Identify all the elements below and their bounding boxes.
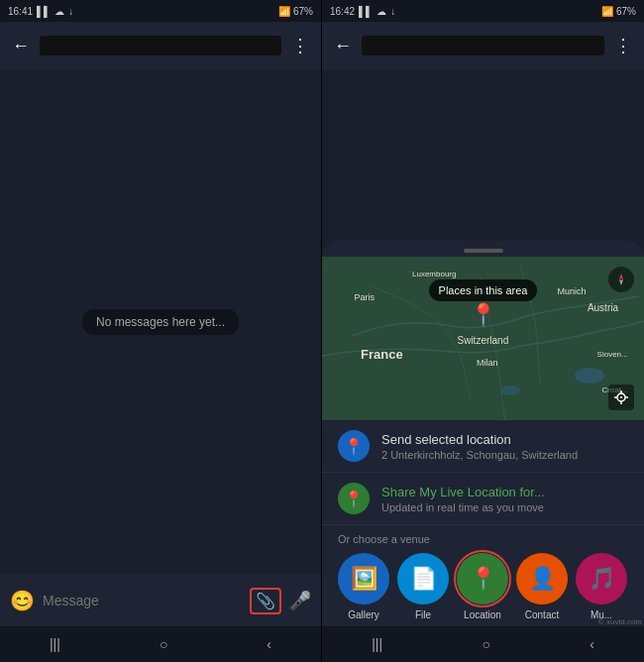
left-nav-recent[interactable]: |||	[50, 636, 60, 652]
left-more-button[interactable]: ⋮	[291, 35, 309, 56]
emoji-button[interactable]: 😊	[10, 589, 35, 612]
venue-icons-row: 🖼️ Gallery 📄 File 📍 Location	[338, 553, 628, 620]
right-status-left: 16:42 ▌▌ ☁ ↓	[330, 6, 395, 17]
svg-marker-3	[619, 274, 623, 279]
svg-point-1	[575, 368, 604, 384]
left-time: 16:41	[8, 6, 33, 17]
music-icon: 🎵	[576, 553, 627, 605]
location-circle-wrapper: 📍	[457, 553, 508, 605]
venue-section-label: Or choose a venue	[338, 533, 628, 545]
share-live-subtitle: Updated in real time as you move	[381, 501, 545, 513]
share-live-icon: 📍	[338, 483, 370, 514]
clip-icon: 📎	[256, 592, 275, 610]
svg-marker-4	[619, 279, 623, 285]
left-status-right: 📶 67%	[278, 6, 313, 17]
right-status-right: 📶 67%	[601, 6, 636, 17]
contact-icon: 👤	[516, 553, 568, 605]
right-wifi-icon: 📶	[601, 6, 613, 17]
right-phone-panel: 16:42 ▌▌ ☁ ↓ 📶 67% ← ⋮	[322, 0, 644, 662]
map-milan-label: Milan	[477, 358, 498, 368]
map-luxembourg-label: Luxembourg	[412, 270, 456, 278]
share-live-text: Share My Live Location for... Updated in…	[381, 485, 545, 513]
attachment-button[interactable]: 📎	[250, 588, 281, 614]
left-nav-home[interactable]: ○	[160, 636, 167, 652]
right-cloud-icon: ☁	[376, 6, 386, 17]
venue-location[interactable]: 📍 Location	[457, 553, 508, 620]
file-label: File	[415, 609, 431, 620]
file-icon: 📄	[397, 553, 449, 605]
left-signal-icon: ▌▌	[37, 6, 51, 17]
right-nav-home[interactable]: ○	[482, 636, 489, 652]
share-live-title: Share My Live Location for...	[381, 485, 545, 499]
places-tooltip: Places in this area	[429, 279, 538, 301]
gallery-icon: 🖼️	[338, 553, 389, 605]
map-sloven-label: Sloven...	[597, 350, 628, 359]
right-nav-back[interactable]: ‹	[590, 636, 594, 652]
share-sheet: Paris Luxembourg France Switzerland Aust…	[322, 241, 644, 626]
right-nav-bar: ||| ○ ‹	[322, 626, 644, 662]
right-back-button[interactable]: ←	[334, 36, 352, 56]
left-nav-back[interactable]: ‹	[267, 636, 271, 652]
left-nav-bar: ||| ○ ‹	[0, 626, 321, 662]
message-input[interactable]	[43, 593, 242, 608]
right-more-button[interactable]: ⋮	[614, 35, 632, 56]
right-time: 16:42	[330, 6, 355, 17]
left-cloud-icon: ☁	[54, 6, 64, 17]
svg-point-6	[620, 396, 622, 398]
right-download-icon: ↓	[390, 6, 395, 17]
contact-label: Contact	[525, 609, 559, 620]
map-background: Paris Luxembourg France Switzerland Aust…	[322, 257, 644, 420]
right-signal-icon: ▌▌	[359, 6, 373, 17]
venue-file[interactable]: 📄 File	[397, 553, 449, 620]
right-status-bar: 16:42 ▌▌ ☁ ↓ 📶 67%	[322, 0, 644, 22]
map-munich-label: Munich	[557, 286, 586, 296]
map-pin-icon: 📍	[470, 302, 496, 328]
left-phone-panel: 16:41 ▌▌ ☁ ↓ 📶 67% ← ⋮ No messages here …	[0, 0, 322, 662]
left-wifi-icon: 📶	[278, 6, 290, 17]
venue-contact[interactable]: 👤 Contact	[516, 553, 568, 620]
right-contact-name	[362, 36, 604, 55]
share-live-option[interactable]: 📍 Share My Live Location for... Updated …	[322, 473, 644, 525]
right-nav-recent[interactable]: |||	[372, 636, 382, 652]
gallery-label: Gallery	[348, 609, 379, 620]
map-switzerland-label: Switzerland	[458, 335, 509, 346]
map-locate-button[interactable]	[608, 385, 634, 410]
sheet-handle	[464, 249, 503, 253]
left-download-icon: ↓	[68, 6, 73, 17]
left-status-bar: 16:41 ▌▌ ☁ ↓ 📶 67%	[0, 0, 321, 22]
left-battery: 67%	[293, 6, 313, 17]
venue-section: Or choose a venue 🖼️ Gallery 📄 File 📍	[322, 525, 644, 626]
left-chat-area: No messages here yet...	[0, 69, 321, 575]
venue-music[interactable]: 🎵 Mu...	[576, 553, 627, 620]
left-status-left: 16:41 ▌▌ ☁ ↓	[8, 6, 73, 17]
left-contact-name	[40, 36, 281, 55]
map-france-label: France	[361, 347, 403, 362]
map-compass-icon[interactable]	[608, 267, 634, 292]
send-location-subtitle: 2 Unterkirchholz, Schongau, Switzerland	[381, 449, 578, 461]
map-paris-label: Paris	[355, 292, 376, 302]
send-location-option[interactable]: 📍 Send selected location 2 Unterkirchhol…	[322, 420, 644, 473]
left-top-bar: ← ⋮	[0, 22, 321, 69]
venue-gallery[interactable]: 🖼️ Gallery	[338, 553, 389, 620]
left-bottom-bar: 😊 📎 🎤	[0, 575, 321, 626]
left-back-button[interactable]: ←	[12, 36, 30, 56]
watermark: © xuvid.com	[598, 617, 642, 626]
no-messages-text: No messages here yet...	[82, 309, 239, 335]
right-top-bar: ← ⋮	[322, 22, 644, 69]
mic-button[interactable]: 🎤	[289, 590, 311, 611]
location-highlight-ring	[454, 550, 511, 607]
map-area[interactable]: Paris Luxembourg France Switzerland Aust…	[322, 257, 644, 420]
send-location-icon: 📍	[338, 430, 370, 462]
svg-point-2	[500, 386, 520, 395]
send-location-text: Send selected location 2 Unterkirchholz,…	[381, 432, 578, 461]
right-battery: 67%	[616, 6, 636, 17]
send-location-title: Send selected location	[381, 432, 578, 447]
map-austria-label: Austria	[588, 302, 618, 313]
location-label: Location	[464, 609, 501, 620]
